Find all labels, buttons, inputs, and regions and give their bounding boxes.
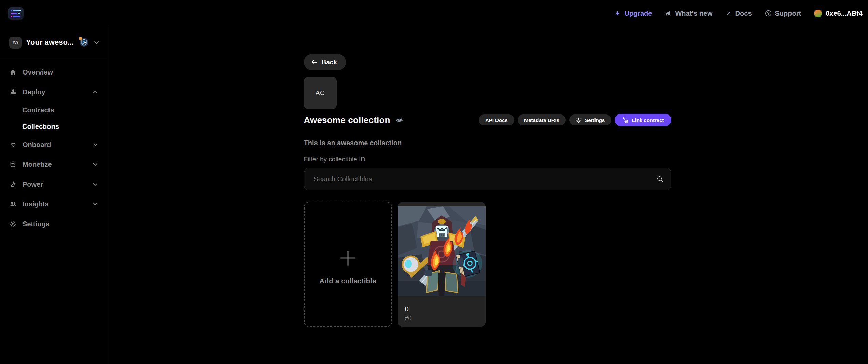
workspace-avatar: YA [9,37,22,49]
api-docs-label: API Docs [485,117,508,123]
sidebar-item-collections[interactable]: Collections [0,118,107,135]
logo-bar [13,10,21,11]
whats-new-label: What's new [675,10,712,17]
link-contract-button[interactable]: Link contract [615,114,671,126]
docs-label: Docs [735,10,752,17]
gavel-icon [10,181,17,188]
sidebar-item-label: Deploy [23,88,92,96]
search-icon [656,175,664,183]
topbar-nav: Upgrade What's new Docs Support 0xe6...A… [614,10,863,17]
home-icon [10,69,17,76]
gear-icon [10,220,17,228]
metadata-uris-label: Metadata URIs [524,117,559,123]
workspace-selector[interactable]: YA Your aweso... [0,27,107,58]
hexagons-icon [10,89,17,96]
upgrade-label: Upgrade [624,10,652,17]
logo-dot [18,13,20,14]
collection-avatar: AC [304,77,337,109]
chevron-down-icon [92,181,98,187]
sidebar-item-label: Monetize [23,161,92,168]
wallet-address: 0xe6...ABf4 [826,10,863,17]
support-label: Support [775,10,801,17]
sidebar-item-insights[interactable]: Insights [0,194,107,214]
sidebar-item-label: Collections [22,123,59,131]
gear-icon [576,117,582,123]
docs-link[interactable]: Docs [726,10,752,17]
chevron-down-icon [92,161,98,167]
collection-toolbar: API Docs Metadata URIs Settings Link con… [479,114,671,126]
chevron-up-icon [92,89,98,95]
sidebar-item-label: Overview [23,68,98,76]
whats-new-link[interactable]: What's new [665,10,712,17]
sidebar-item-label: Contracts [22,106,54,114]
plus-icon [338,248,358,268]
workspace-name: Your aweso... [26,38,77,47]
sidebar-item-monetize[interactable]: Monetize [0,154,107,174]
link-plus-icon [622,117,629,123]
nft-name: 0 [405,305,478,313]
nft-image [398,206,486,296]
lightning-bolt-icon [614,10,621,17]
topbar: Upgrade What's new Docs Support 0xe6...A… [0,0,868,27]
notification-dot [79,37,82,40]
add-collectible-card[interactable]: Add a collectible [304,202,392,327]
sidebar-item-label: Settings [23,220,98,228]
chevron-down-icon [92,141,98,148]
sidebar: YA Your aweso... Overview Deploy Contrac… [0,27,107,364]
logo-bar [13,16,20,17]
users-icon [10,201,17,208]
app-logo-icon[interactable] [8,7,24,20]
sidebar-item-deploy[interactable]: Deploy [0,82,107,102]
sidebar-item-onboard[interactable]: Onboard [0,135,107,154]
sidebar-item-label: Onboard [23,141,92,149]
filter-label: Filter by collectible ID [304,156,671,163]
main-content: Back AC Awesome collection API Docs Meta… [107,27,868,364]
sidebar-item-settings[interactable]: Settings [0,214,107,234]
sidebar-item-label: Power [23,180,92,188]
arrow-left-icon [311,59,318,66]
sidebar-item-power[interactable]: Power [0,174,107,194]
back-button[interactable]: Back [304,54,346,70]
megaphone-icon [665,10,672,17]
link-contract-label: Link contract [632,117,664,123]
search-input[interactable] [304,168,671,190]
sidebar-item-contracts[interactable]: Contracts [0,102,107,118]
wallet-menu[interactable]: 0xe6...ABf4 [814,10,863,17]
settings-button[interactable]: Settings [569,114,611,125]
collection-description: This is an awesome collection [304,139,671,147]
arrow-up-right-icon [726,10,732,16]
nft-token-id: #0 [405,315,478,322]
metadata-uris-button[interactable]: Metadata URIs [518,114,566,125]
logo-bar [11,13,17,14]
chevron-down-icon [92,201,98,207]
add-collectible-label: Add a collectible [319,277,376,285]
sidebar-item-label: Insights [23,200,92,208]
settings-label: Settings [585,117,605,123]
chevron-down-icon [93,39,100,46]
support-link[interactable]: Support [765,10,801,17]
logo-dot [11,16,12,17]
network-badge-icon [80,38,88,47]
sidebar-nav: Overview Deploy Contracts Collections On… [0,58,107,234]
api-docs-button[interactable]: API Docs [479,114,514,125]
question-circle-icon [765,10,772,17]
coins-icon [10,161,17,168]
sidebar-item-overview[interactable]: Overview [0,62,107,82]
eye-off-icon[interactable] [395,116,403,124]
page-title: Awesome collection [304,115,390,125]
parachute-icon [10,141,17,148]
upgrade-link[interactable]: Upgrade [614,10,652,17]
back-label: Back [322,58,337,66]
nft-card[interactable]: 0 #0 [398,202,486,327]
wallet-avatar [814,10,822,17]
logo-dot [11,10,12,11]
